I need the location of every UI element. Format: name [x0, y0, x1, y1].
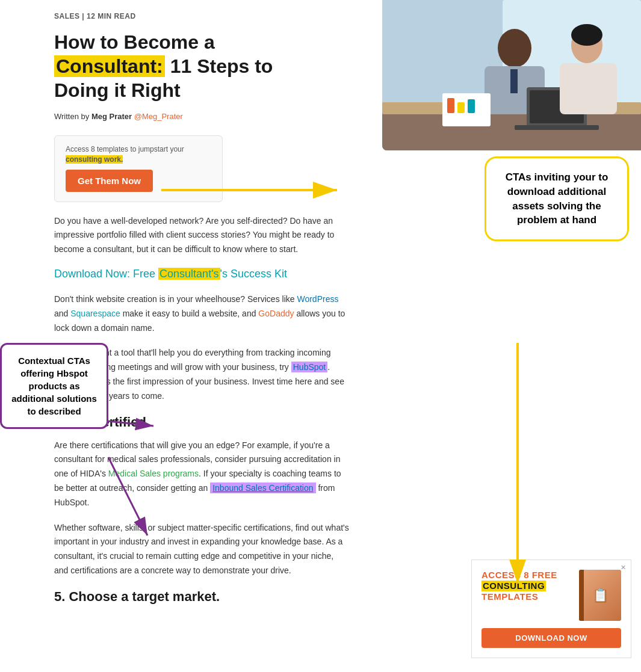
ad-download-button[interactable]: DOWNLOAD NOW — [482, 628, 621, 648]
download-now-link[interactable]: Download Now: Free Consultant's's Succes… — [54, 268, 349, 280]
ad-close-icon[interactable]: ✕ — [621, 564, 626, 572]
title-line3: Doing it Right — [54, 79, 181, 101]
cta-box: Access 8 templates to jumpstart your con… — [54, 135, 223, 202]
get-them-now-button[interactable]: Get Them Now — [66, 170, 153, 192]
ad-title-line2-wrapper: CONSULTING — [482, 581, 573, 591]
title-line2: 11 Steps to — [170, 55, 273, 77]
squarespace-link[interactable]: Squarespace — [70, 309, 120, 318]
ad-title-line1: ACCESS 8 FREE — [482, 570, 573, 581]
right-sidebar: ✕ ACCESS 8 FREE CONSULTING TEMPLATES DOW… — [462, 553, 641, 664]
svg-rect-11 — [515, 125, 599, 130]
godaddy-link[interactable]: GoDaddy — [258, 309, 294, 318]
hubspot-highlight: HubSpot — [291, 362, 327, 372]
para1-text: Do you have a well-developed network? Ar… — [54, 216, 334, 254]
ad-book-image — [579, 570, 621, 621]
svg-rect-5 — [382, 108, 641, 150]
svg-point-7 — [498, 29, 531, 67]
svg-rect-18 — [457, 102, 465, 113]
article-title: How to Become a Consultant: 11 Steps to … — [54, 30, 433, 102]
left-annotation-text: Contextual CTAs offering Hbspot products… — [11, 356, 97, 416]
title-line1: How to Become a — [54, 31, 215, 53]
section4-heading: 4. Get certified. — [54, 415, 433, 430]
inbound-highlight: Inbound Sales Certification — [210, 482, 315, 493]
breadcrumb: SALES | 12 MIN READ — [54, 12, 433, 20]
svg-rect-19 — [468, 99, 475, 113]
separator: | — [82, 12, 84, 20]
body-paragraph-2: Don't think website creation is in your … — [54, 292, 349, 335]
body-paragraph-1: Do you have a well-developed network? Ar… — [54, 214, 349, 257]
right-annotation-box: CTAs inviting your to download additiona… — [485, 156, 629, 241]
hubspot-link[interactable]: HubSpot — [291, 362, 327, 372]
svg-rect-13 — [560, 63, 617, 114]
ad-layout: ACCESS 8 FREE CONSULTING TEMPLATES — [482, 570, 621, 621]
sidebar-ad: ✕ ACCESS 8 FREE CONSULTING TEMPLATES DOW… — [471, 559, 631, 658]
ad-title-line2: CONSULTING — [482, 581, 546, 591]
author-line: Written by Meg Prater @Meg_Prater — [54, 112, 433, 121]
author-handle-link[interactable]: @Meg_Prater — [134, 112, 183, 121]
title-highlight-word: Consultant: — [54, 55, 165, 77]
body-paragraph-4: Are there certifications that will give … — [54, 439, 349, 510]
right-annotation-text: CTAs inviting your to download additiona… — [506, 171, 608, 226]
medical-sales-link[interactable]: Medical Sales programs — [108, 469, 199, 478]
svg-point-14 — [571, 24, 602, 46]
section5-heading: 5. Choose a target market. — [54, 589, 433, 605]
ad-text-column: ACCESS 8 FREE CONSULTING TEMPLATES — [482, 570, 573, 602]
cta-text-1: Access 8 templates to jumpstart your — [66, 145, 184, 153]
author-name: Meg Prater — [91, 112, 132, 121]
para2-text2: and — [54, 309, 70, 318]
para2-text1: Don't think website creation is in your … — [54, 294, 297, 304]
cta-text-highlighted: consulting work. — [66, 155, 123, 164]
author-prefix: Written by — [54, 112, 89, 121]
para2-text3: make it easy to build a website, and — [120, 309, 259, 318]
hero-image — [382, 0, 641, 150]
body-paragraph-5: Whether software, skills, or subject mat… — [54, 521, 349, 578]
ad-title-line3: TEMPLATES — [482, 591, 573, 602]
inbound-sales-link[interactable]: Inbound Sales Certification — [210, 482, 315, 493]
left-annotation-box: Contextual CTAs offering Hbspot products… — [0, 343, 108, 429]
category-label: SALES — [54, 12, 80, 20]
cta-box-text: Access 8 templates to jumpstart your con… — [66, 144, 211, 165]
read-time: 12 MIN READ — [87, 12, 136, 20]
svg-rect-15 — [510, 69, 518, 93]
wordpress-link[interactable]: WordPress — [297, 294, 338, 304]
svg-rect-17 — [447, 98, 454, 113]
download-link-highlight: Consultant's — [158, 268, 220, 280]
